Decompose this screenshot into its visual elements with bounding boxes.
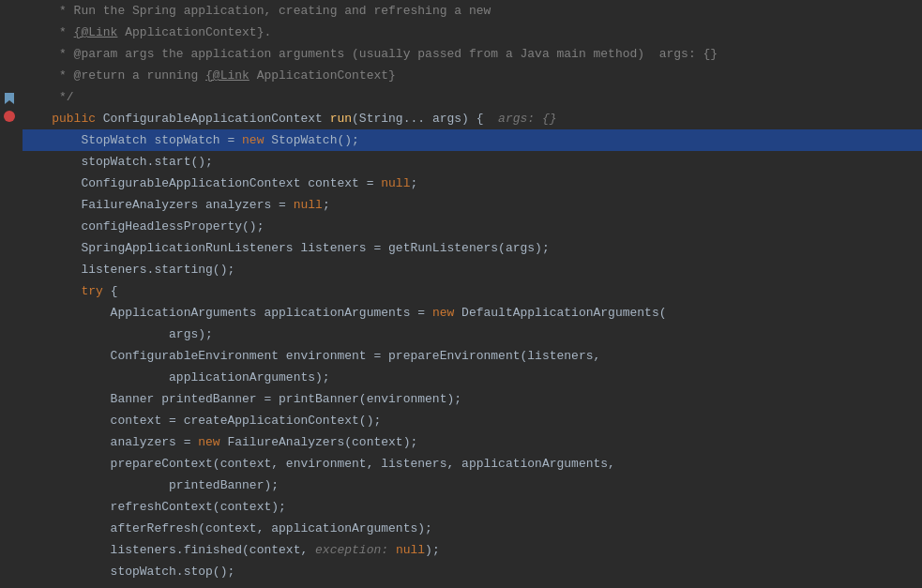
code-text: ConfigurableApplicationContext context =… xyxy=(23,173,417,194)
code-text: listeners.finished(context, exception: n… xyxy=(23,539,440,561)
token-kw: new xyxy=(198,431,219,453)
gutter-icon-cell xyxy=(0,374,19,392)
token-cm: args the application arguments (usually … xyxy=(117,43,718,65)
gutter-icon-cell xyxy=(0,303,19,321)
token-var: ); xyxy=(425,539,440,561)
token-cm-link: {@Link xyxy=(74,22,118,43)
gutter-icon-cell xyxy=(0,410,19,428)
code-text: * @param args the application arguments … xyxy=(23,43,718,65)
token-cm-link: {@Link xyxy=(205,65,249,86)
gutter-icon-cell xyxy=(0,267,19,285)
token-hint: args: {} xyxy=(498,108,556,129)
code-line: stopWatch.start(); xyxy=(23,151,922,173)
code-line: if (this.logStartupInfo) { xyxy=(23,582,922,588)
token-var: (this.logStartupInfo) { xyxy=(125,582,300,588)
token-var: { xyxy=(103,280,118,302)
code-line: args); xyxy=(23,324,922,345)
code-text: afterRefresh(context, applicationArgumen… xyxy=(23,518,432,539)
code-line: analyzers = new FailureAnalyzers(context… xyxy=(23,431,922,453)
code-text: if (this.logStartupInfo) { xyxy=(23,582,300,588)
code-text: args); xyxy=(23,324,213,345)
token-punc: ; xyxy=(323,194,330,216)
gutter-icon-cell xyxy=(0,125,19,143)
code-text: printedBanner); xyxy=(23,475,279,496)
code-line: Banner printedBanner = printBanner(envir… xyxy=(23,388,922,410)
gutter-icon-cell xyxy=(0,178,19,196)
gutter-icon-cell xyxy=(0,570,19,588)
code-line: SpringApplicationRunListeners listeners … xyxy=(23,237,922,259)
code-line: afterRefresh(context, applicationArgumen… xyxy=(23,518,922,539)
token-kw: new xyxy=(242,129,264,151)
token-kw: null xyxy=(381,173,410,194)
gutter-icon-cell xyxy=(0,107,19,125)
code-text: * Run the Spring application, creating a… xyxy=(23,0,491,22)
code-text: FailureAnalyzers analyzers = null; xyxy=(23,194,330,216)
code-text: Banner printedBanner = printBanner(envir… xyxy=(23,388,461,410)
gutter-icon-cell xyxy=(0,0,19,18)
code-text: listeners.starting(); xyxy=(23,259,234,280)
token-var: SpringApplicationRunListeners listeners … xyxy=(23,237,550,259)
code-text: refreshContext(context); xyxy=(23,496,286,518)
code-line: ConfigurableApplicationContext context =… xyxy=(23,173,922,194)
token-var: refreshContext(context); xyxy=(23,496,286,518)
code-line: */ xyxy=(23,86,922,108)
gutter-icon-cell xyxy=(0,356,19,374)
code-line: try { xyxy=(23,280,922,302)
gutter-icon-cell xyxy=(0,160,19,178)
gutter-icon-cell xyxy=(0,552,19,570)
code-line: refreshContext(context); xyxy=(23,496,922,518)
code-line: applicationArguments); xyxy=(23,367,922,388)
code-line: StopWatch stopWatch = new StopWatch(); xyxy=(23,129,922,151)
token-kw: if xyxy=(23,582,125,588)
token-kw: try xyxy=(23,280,103,302)
token-punc: ; xyxy=(410,173,417,194)
token-var: FailureAnalyzers(context); xyxy=(220,431,418,453)
token-var: configHeadlessProperty(); xyxy=(23,216,264,237)
code-text: * @return a running {@Link ApplicationCo… xyxy=(23,65,396,86)
gutter-icon-cell xyxy=(0,499,19,517)
code-text: applicationArguments); xyxy=(23,367,330,388)
token-cm-param: @param xyxy=(74,43,118,65)
breakpoint-icon[interactable] xyxy=(4,111,15,122)
code-text: try { xyxy=(23,280,117,302)
gutter-icon-cell xyxy=(0,392,19,410)
token-var: listeners.finished(context, xyxy=(23,539,315,561)
code-text: StopWatch stopWatch = new StopWatch(); xyxy=(23,129,359,151)
token-var: analyzers = xyxy=(23,431,198,453)
code-line: ApplicationArguments applicationArgument… xyxy=(23,302,922,324)
code-editor: * Run the Spring application, creating a… xyxy=(0,0,922,588)
code-text: stopWatch.stop(); xyxy=(23,561,234,582)
code-line: ConfigurableEnvironment environment = pr… xyxy=(23,345,922,367)
code-text: configHeadlessProperty(); xyxy=(23,216,264,237)
code-line: * {@Link ApplicationContext}. xyxy=(23,22,922,43)
token-var: ConfigurableApplicationContext context = xyxy=(23,173,381,194)
token-kw: new xyxy=(432,302,454,324)
token-var: StopWatch(); xyxy=(264,129,358,151)
token-var: afterRefresh(context, applicationArgumen… xyxy=(23,518,432,539)
token-var: Banner printedBanner = printBanner(envir… xyxy=(23,388,461,410)
code-text: context = createApplicationContext(); xyxy=(23,410,381,431)
gutter-icon-cell xyxy=(0,481,19,499)
token-var: context = createApplicationContext(); xyxy=(23,410,381,431)
code-text: ConfigurableEnvironment environment = pr… xyxy=(23,345,600,367)
code-line: * @return a running {@Link ApplicationCo… xyxy=(23,65,922,86)
token-var: ConfigurableEnvironment environment = pr… xyxy=(23,345,600,367)
token-cm: }. xyxy=(257,22,272,43)
gutter-icon-cell xyxy=(0,196,19,214)
token-cm: */ xyxy=(23,86,74,108)
svg-marker-0 xyxy=(5,93,14,104)
token-cm: a running xyxy=(125,65,205,86)
token-var: DefaultApplicationArguments( xyxy=(454,302,666,324)
token-var: stopWatch.start(); xyxy=(23,151,213,173)
gutter-icon-cell xyxy=(0,36,19,53)
token-cm: ApplicationContext xyxy=(117,22,256,43)
token-var: printedBanner); xyxy=(23,475,279,496)
token-cm: and refreshing a new xyxy=(337,0,491,22)
code-line: context = createApplicationContext(); xyxy=(23,410,922,431)
code-line: * @param args the application arguments … xyxy=(23,43,922,65)
token-var: listeners.starting(); xyxy=(23,259,234,280)
token-var: args); xyxy=(23,324,213,345)
gutter-icon-cell xyxy=(0,71,19,89)
gutter-icon-cell xyxy=(0,18,19,36)
token-fn: run xyxy=(330,108,352,129)
